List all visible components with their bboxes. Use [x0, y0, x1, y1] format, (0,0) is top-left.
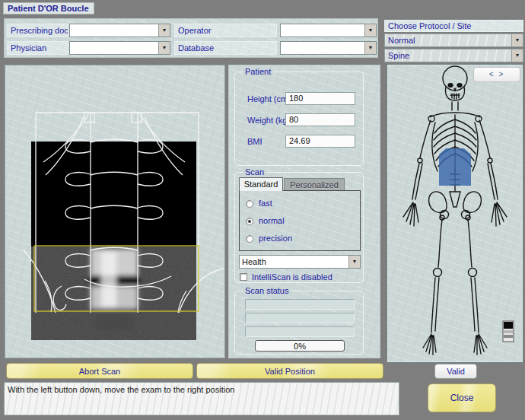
controls-panel: Patient Height (cm) 180 Weight (kg) 80 B… — [228, 65, 380, 358]
bmi-label: BMI — [247, 137, 262, 146]
protocol-value: Normal — [385, 34, 511, 46]
site-select[interactable]: Spine ▼ — [384, 49, 523, 62]
database-value — [281, 42, 364, 54]
site-value: Spine — [385, 49, 511, 62]
site-highlight[interactable] — [439, 148, 471, 186]
radio-precision[interactable] — [246, 235, 253, 243]
radio-fast-label[interactable]: fast — [259, 199, 272, 208]
profile-value: Health — [240, 256, 348, 268]
profile-select[interactable]: Health ▼ — [239, 255, 361, 269]
prev-next-button[interactable]: < > — [473, 67, 520, 82]
intelliscan-checkbox[interactable] — [240, 273, 247, 281]
dropdown-arrow-icon[interactable]: ▼ — [158, 42, 170, 54]
database-select[interactable]: ▼ — [280, 41, 377, 55]
prescribing-doctor-select[interactable]: ▼ — [69, 24, 170, 37]
physician-label: Physician — [7, 41, 68, 55]
scan-status-group: Scan status 0% — [234, 291, 364, 355]
prescribing-doctor-label: Prescribing doctor — [7, 24, 68, 37]
scan-legend: Scan — [243, 167, 266, 177]
prescribing-doctor-value — [70, 24, 158, 37]
skeleton-figure — [387, 65, 523, 362]
spine-scan-image[interactable] — [5, 65, 224, 358]
scan-group: Scan Standard Personalized fast normal p… — [234, 172, 364, 283]
xray-vertebrae — [89, 249, 139, 330]
tab-standard[interactable]: Standard — [239, 177, 283, 191]
close-button[interactable]: Close — [428, 383, 496, 412]
tab-personalized[interactable]: Personalized — [284, 178, 345, 191]
top-bar: Prescribing doctor ▼ Operator ▼ Physicia… — [4, 18, 378, 58]
weight-label: Weight (kg) — [247, 116, 290, 125]
radio-fast[interactable] — [246, 200, 253, 208]
patient-scan-window: Patient D'OR Boucle Prescribing doctor ▼… — [0, 0, 525, 420]
scan-status-legend: Scan status — [243, 285, 291, 296]
instruction-message: With the left button down, move the exam… — [4, 382, 399, 415]
progress-bar: 0% — [255, 340, 345, 352]
operator-value — [281, 24, 364, 37]
physician-value — [70, 42, 158, 54]
operator-select[interactable]: ▼ — [280, 24, 377, 37]
dropdown-arrow-icon[interactable]: ▼ — [364, 24, 376, 37]
operator-label: Operator — [174, 24, 277, 37]
radio-normal-label[interactable]: normal — [259, 216, 285, 225]
intelliscan-label[interactable]: IntelliScan is disabled — [252, 272, 332, 282]
dropdown-arrow-icon[interactable]: ▼ — [511, 34, 523, 46]
dropdown-arrow-icon[interactable]: ▼ — [511, 49, 523, 62]
valid-button[interactable]: Valid — [434, 364, 477, 379]
skeleton-panel[interactable]: < > — [387, 64, 523, 363]
height-label: Height (cm) — [247, 94, 291, 103]
status-bar-2 — [245, 313, 355, 323]
valid-position-button[interactable]: Valid Position — [196, 363, 383, 379]
weight-input[interactable]: 80 — [285, 113, 355, 126]
dropdown-arrow-icon[interactable]: ▼ — [158, 24, 170, 37]
scan-image-panel[interactable] — [5, 65, 225, 358]
dropdown-arrow-icon[interactable]: ▼ — [348, 256, 360, 268]
patient-legend: Patient — [243, 66, 273, 77]
page-title: Patient D'OR Boucle — [3, 2, 94, 14]
abort-scan-button[interactable]: Abort Scan — [6, 363, 193, 379]
bmi-input[interactable]: 24.69 — [285, 135, 355, 148]
database-label: Database — [174, 41, 277, 55]
status-bar-1 — [245, 299, 355, 310]
dropdown-arrow-icon[interactable]: ▼ — [364, 42, 376, 54]
patient-group: Patient Height (cm) 180 Weight (kg) 80 B… — [234, 72, 364, 166]
height-input[interactable]: 180 — [285, 92, 355, 105]
radio-precision-label[interactable]: precision — [259, 234, 292, 243]
position-indicator-icon — [503, 321, 514, 342]
radio-normal[interactable] — [246, 218, 253, 225]
physician-select[interactable]: ▼ — [69, 41, 170, 55]
choose-protocol-header: Choose Protocol / Site — [384, 20, 523, 32]
status-bar-3 — [245, 326, 355, 337]
scan-mode-box: fast normal precision — [239, 190, 361, 251]
close-button-label: Close — [450, 393, 474, 403]
protocol-select[interactable]: Normal ▼ — [384, 33, 523, 47]
